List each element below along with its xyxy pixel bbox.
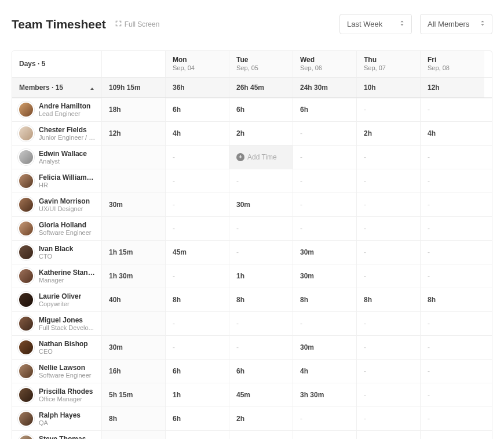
fullscreen-button[interactable]: Full Screen [115,20,160,28]
member-name: Ivan Black [39,245,73,253]
hour-cell[interactable]: +Add Time [229,146,293,169]
hour-cell[interactable]: 3h 30m [293,383,357,407]
member-cell[interactable]: Laurie OliverCopywriter [12,288,102,311]
hour-cell[interactable]: 30m [293,336,357,359]
members-count-cell[interactable]: Members · 15 [12,78,102,97]
member-total-cell: 16h [102,360,166,383]
hour-cell[interactable]: - [357,146,421,169]
hour-cell[interactable]: 6h [293,98,357,121]
hour-cell[interactable]: - [421,360,484,383]
hour-cell[interactable]: - [357,217,421,240]
hour-cell[interactable]: - [166,217,229,240]
hour-cell[interactable]: - [229,169,293,193]
member-cell[interactable]: Steve ThomasSales Representati... [12,431,102,439]
member-cell[interactable]: Gloria HollandSoftware Engineer [12,217,102,240]
hour-cell[interactable]: - [293,312,357,335]
member-cell[interactable]: Ivan BlackCTO [12,241,102,264]
hour-cell[interactable]: 4h [293,360,357,383]
hour-cell[interactable]: - [421,217,484,240]
hour-cell[interactable]: 1h [166,383,229,407]
hour-cell[interactable]: - [229,241,293,264]
member-cell[interactable]: Gavin MorrisonUX/UI Designer [12,193,102,216]
hour-cell[interactable]: - [293,146,357,169]
hour-cell[interactable]: - [166,146,229,169]
hour-cell[interactable]: 6h [166,98,229,121]
member-cell[interactable]: Ralph HayesQA [12,407,102,430]
hour-cell[interactable]: 8h [166,288,229,311]
hour-cell[interactable]: 45m [166,241,229,264]
hour-cell[interactable]: 2h [229,122,293,145]
hour-cell[interactable]: 6h [166,407,229,430]
hour-cell[interactable]: 8h [421,288,484,311]
hour-cell[interactable]: - [357,241,421,264]
hour-cell[interactable]: - [421,146,484,169]
hour-cell[interactable]: - [229,312,293,335]
member-cell[interactable]: Nellie LawsonSoftware Engineer [12,360,102,383]
period-select[interactable]: Last Week [339,14,412,34]
hour-cell[interactable]: - [293,193,357,216]
hour-cell[interactable]: - [166,336,229,359]
member-select[interactable]: All Members [420,14,492,34]
hour-cell[interactable]: - [166,312,229,335]
hour-cell[interactable]: - [421,193,484,216]
hour-cell[interactable]: - [421,241,484,264]
hour-cell[interactable]: 30m [229,193,293,216]
hour-cell[interactable]: - [293,169,357,193]
hour-cell[interactable]: - [357,193,421,216]
hour-cell[interactable]: 8h [293,288,357,311]
hour-cell[interactable]: 8h [357,288,421,311]
member-cell[interactable]: Chester FieldsJunior Engineer / I... [12,122,102,145]
hour-cell[interactable]: 6h [229,360,293,383]
hour-cell[interactable]: - [357,98,421,121]
hour-cell[interactable]: - [357,264,421,288]
member-cell[interactable]: Priscilla RhodesOffice Manager [12,383,102,407]
hour-cell[interactable]: - [421,98,484,121]
hour-cell[interactable]: - [421,383,484,407]
hour-cell[interactable]: 2h [357,122,421,145]
hour-cell[interactable]: 6h [229,98,293,121]
hour-cell[interactable]: - [229,217,293,240]
add-time-button[interactable]: +Add Time [236,153,277,161]
hour-cell[interactable]: - [293,407,357,430]
hour-cell[interactable]: - [357,383,421,407]
hour-cell[interactable]: - [357,169,421,193]
hour-cell[interactable]: - [357,360,421,383]
hour-cell[interactable]: - [166,193,229,216]
hour-cell[interactable]: - [421,336,484,359]
member-cell[interactable]: Andre HamiltonLead Engineer [12,98,102,121]
hour-cell[interactable]: - [293,122,357,145]
hour-cell[interactable]: - [421,264,484,288]
member-cell[interactable]: Edwin WallaceAnalyst [12,146,102,169]
member-cell[interactable]: Felicia WilliamsonHR [12,169,102,193]
hour-cell[interactable]: - [421,312,484,335]
hour-cell[interactable]: 4h [421,122,484,145]
hour-cell[interactable]: 8h [229,288,293,311]
hour-cell[interactable]: 30m [293,264,357,288]
hour-cell[interactable]: - [421,407,484,430]
member-cell[interactable]: Nathan BishopCEO [12,336,102,359]
hour-cell[interactable]: - [166,264,229,288]
hour-value: 2h [236,129,244,137]
hour-cell[interactable]: - [229,336,293,359]
sort-asc-icon [90,85,94,90]
hour-cell[interactable]: 2h [229,407,293,430]
hour-cell[interactable]: - [293,217,357,240]
hour-value: 6h [236,106,244,114]
hour-cell[interactable]: 6h [166,360,229,383]
hour-cell[interactable]: - [421,431,484,439]
hour-cell[interactable]: - [357,431,421,439]
hour-cell[interactable]: 30m [293,241,357,264]
hour-cell[interactable]: - [166,169,229,193]
hour-cell[interactable]: 1h [229,264,293,288]
hour-cell[interactable]: 1h 30m [293,431,357,439]
hour-cell[interactable]: 45m [229,383,293,407]
hour-cell[interactable]: - [357,336,421,359]
hour-cell[interactable]: 4h 15m [166,431,229,439]
member-cell[interactable]: Miguel JonesFull Stack Develo... [12,312,102,335]
hour-cell[interactable]: 4h [166,122,229,145]
member-cell[interactable]: Katherine StanleyManager [12,264,102,288]
hour-cell[interactable]: - [421,169,484,193]
hour-cell[interactable]: - [357,312,421,335]
hour-cell[interactable]: 30m [229,431,293,439]
hour-cell[interactable]: - [357,407,421,430]
